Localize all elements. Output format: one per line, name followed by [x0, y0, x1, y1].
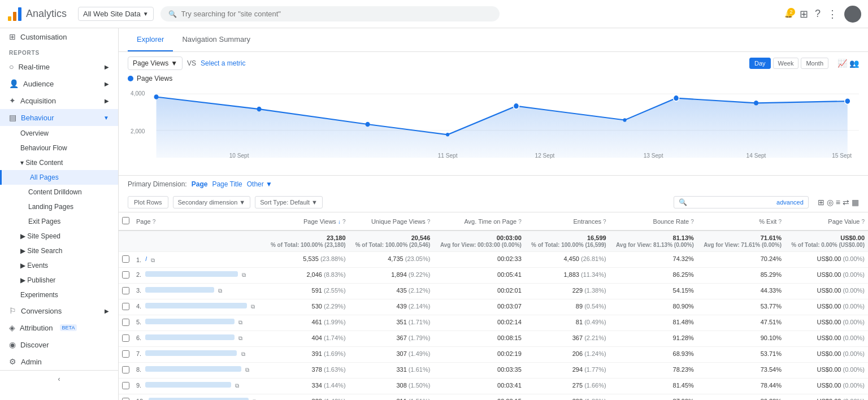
copy-icon[interactable]: ⧉	[235, 382, 239, 389]
row-page-value: US$0.00 (0.00%)	[785, 299, 868, 315]
list-view-btn[interactable]: ≡	[836, 198, 840, 207]
copy-icon[interactable]: ⧉	[245, 367, 249, 373]
row-num: 8.	[136, 366, 144, 373]
copy-icon[interactable]: ⧉	[241, 351, 245, 357]
sidebar-all-pages[interactable]: All Pages	[0, 170, 118, 185]
property-selector[interactable]: All Web Site Data ▼	[78, 7, 154, 21]
table-search-input[interactable]	[689, 199, 774, 206]
acquisition-arrow: ▶	[105, 98, 109, 104]
svg-text:10 Sept: 10 Sept	[229, 153, 249, 159]
sidebar-site-search[interactable]: ▶ Site Search	[0, 244, 118, 258]
row-checkbox[interactable]	[122, 382, 129, 389]
search-input[interactable]	[181, 10, 492, 18]
sidebar-publisher[interactable]: ▶ Publisher	[0, 273, 118, 288]
sidebar-item-acquisition[interactable]: ✦ Acquisition ▶	[0, 92, 118, 109]
copy-icon[interactable]: ⧉	[242, 272, 246, 278]
col-unique-page-views: Unique Page Views ?	[349, 212, 434, 231]
help-icon[interactable]: ?	[815, 8, 821, 20]
sidebar-admin-label: Admin	[21, 358, 42, 366]
sidebar-site-speed[interactable]: ▶ Site Speed	[0, 229, 118, 244]
sidebar-item-behaviour[interactable]: ▤ Behaviour ▼	[0, 109, 118, 126]
row-entrances: 89 (0.54%)	[525, 299, 610, 315]
exit-pages-label: Exit Pages	[28, 218, 60, 225]
sidebar-landing-pages[interactable]: Landing Pages	[0, 199, 118, 214]
sidebar-customisation-label: Customisation	[20, 33, 67, 41]
sidebar-item-admin[interactable]: ⚙ Admin	[0, 353, 118, 370]
dimension-page[interactable]: Page	[192, 180, 208, 188]
search-bar[interactable]: 🔍	[160, 6, 500, 21]
sidebar-events[interactable]: ▶ Events	[0, 258, 118, 273]
pie-view-btn[interactable]: ◎	[827, 198, 834, 207]
sidebar-item-customisation[interactable]: ⊞ Customisation	[0, 28, 118, 45]
apps-icon[interactable]: ⊞	[800, 8, 808, 20]
svg-point-11	[446, 133, 449, 136]
table-search[interactable]: 🔍 advanced	[674, 196, 809, 208]
metric-label: Page Views	[133, 59, 168, 67]
line-view-btn[interactable]: 📈	[837, 59, 847, 68]
row-checkbox[interactable]	[122, 271, 129, 279]
row-checkbox[interactable]	[122, 287, 129, 294]
all-pages-label: All Pages	[30, 173, 59, 181]
notifications-button[interactable]: 🔔 2	[784, 10, 793, 18]
sidebar-item-audience[interactable]: 👤 Audience ▶	[0, 75, 118, 92]
row-checkbox[interactable]	[122, 255, 129, 263]
time-btn-day[interactable]: Day	[749, 58, 771, 69]
select-all-checkbox[interactable]	[122, 217, 129, 224]
advanced-link[interactable]: advanced	[776, 199, 804, 206]
row-checkbox[interactable]	[122, 398, 129, 400]
sidebar-collapse-btn[interactable]: ‹	[0, 370, 118, 388]
secondary-dimension-btn[interactable]: Secondary dimension ▼	[173, 196, 251, 208]
table-view-buttons: ⊞ ◎ ≡ ⇄ ▦	[818, 198, 859, 207]
copy-icon[interactable]: ⧉	[238, 319, 242, 325]
row-num-page: 8. ⧉	[133, 363, 264, 379]
tab-navigation-summary[interactable]: Navigation Summary	[173, 28, 259, 51]
more-icon[interactable]: ⋮	[827, 8, 837, 20]
page-link[interactable]: /	[145, 255, 147, 262]
sidebar-exit-pages[interactable]: Exit Pages	[0, 214, 118, 229]
copy-icon[interactable]: ⧉	[251, 303, 255, 310]
copy-icon[interactable]: ⧉	[151, 257, 155, 263]
sidebar-site-content[interactable]: ▾ Site Content	[0, 155, 118, 170]
col-pct-exit: % Exit ?	[697, 212, 785, 231]
sidebar-experiments[interactable]: Experiments	[0, 288, 118, 302]
avatar[interactable]	[844, 6, 861, 23]
data-table: Page ? Page Views ↓ ? Unique Page Views …	[119, 212, 868, 400]
row-checkbox[interactable]	[122, 319, 129, 326]
copy-icon[interactable]: ⧉	[218, 288, 222, 294]
sidebar-item-discover[interactable]: ◉ Discover	[0, 336, 118, 353]
sidebar-overview[interactable]: Overview	[0, 126, 118, 141]
dimension-other[interactable]: Other ▼	[247, 180, 272, 188]
sidebar-item-attribution[interactable]: ◈ Attribution BETA	[0, 319, 118, 336]
select-metric-link[interactable]: Select a metric	[201, 59, 245, 67]
grid-view-btn[interactable]: ⊞	[818, 198, 824, 207]
row-avg-time: 00:03:07	[433, 299, 525, 315]
behaviour-flow-label: Behaviour Flow	[20, 144, 67, 152]
row-checkbox[interactable]	[122, 334, 129, 342]
people-view-btn[interactable]: 👥	[849, 59, 859, 68]
metric-dropdown[interactable]: Page Views ▼	[128, 56, 183, 70]
row-checkbox[interactable]	[122, 366, 129, 373]
dimension-page-title[interactable]: Page Title	[212, 180, 242, 188]
tab-explorer[interactable]: Explorer	[128, 28, 173, 51]
chart-view-btn[interactable]: ▦	[852, 198, 859, 207]
row-checkbox[interactable]	[122, 350, 129, 358]
table-row: 2. ⧉ 2,046 (8.83%) 1,894 (9.22%) 00:05:4…	[119, 268, 868, 284]
sidebar-content-drilldown[interactable]: Content Drilldown	[0, 185, 118, 199]
sidebar-item-realtime[interactable]: ○ Real-time ▶	[0, 58, 118, 75]
sidebar-item-conversions[interactable]: ⚐ Conversions ▶	[0, 302, 118, 319]
row-checkbox[interactable]	[122, 303, 129, 310]
time-btn-month[interactable]: Month	[801, 58, 828, 69]
sidebar-behaviour-flow[interactable]: Behaviour Flow	[0, 141, 118, 155]
vs-label: VS	[187, 59, 196, 67]
svg-text:14 Sept: 14 Sept	[747, 153, 766, 159]
sidebar-discover-label: Discover	[20, 341, 49, 349]
time-btn-week[interactable]: Week	[773, 58, 799, 69]
row-num: 10.	[136, 398, 147, 400]
copy-icon[interactable]: ⧉	[238, 335, 242, 341]
sort-type-dropdown[interactable]: Sort Type: Default ▼	[255, 196, 323, 208]
svg-rect-0	[8, 16, 11, 21]
plot-rows-btn[interactable]: Plot Rows	[128, 196, 168, 208]
svg-point-8	[154, 94, 159, 99]
compare-view-btn[interactable]: ⇄	[843, 198, 849, 207]
row-num-page: 10. ⧉	[133, 394, 264, 401]
